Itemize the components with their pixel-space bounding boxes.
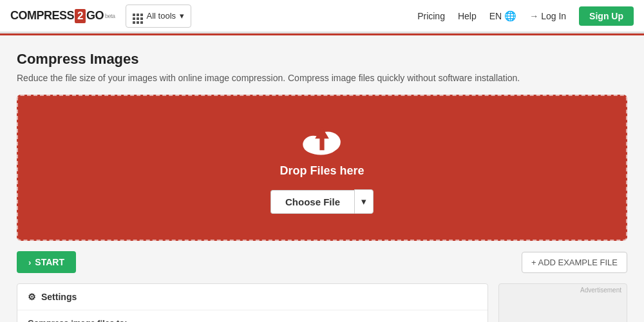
header-left: COMPRESS 2 GO beta All tools ▾: [10, 5, 191, 28]
cloud-upload-icon: [299, 122, 345, 158]
all-tools-label: All tools: [147, 11, 176, 21]
logo: COMPRESS 2 GO beta: [10, 9, 115, 23]
settings-body: Compress image files to:: [17, 310, 488, 322]
settings-title: Settings: [41, 292, 77, 302]
logo-go: GO: [86, 9, 104, 23]
choose-file-dropdown-button[interactable]: ▾: [354, 189, 374, 214]
main-content: Compress Images Reduce the file size of …: [6, 35, 638, 322]
header: COMPRESS 2 GO beta All tools ▾ Pricing H…: [0, 0, 644, 33]
globe-icon: 🌐: [504, 10, 516, 22]
start-label: START: [35, 257, 64, 267]
page-title: Compress Images: [17, 51, 627, 68]
bottom-row: ⚙ Settings Compress image files to: Adve…: [17, 283, 627, 322]
advertisement-label: Advertisement: [580, 287, 621, 294]
login-button[interactable]: → Log In: [529, 11, 566, 21]
compress-label: Compress image files to:: [28, 318, 477, 322]
help-link[interactable]: Help: [458, 11, 477, 21]
logo-beta: beta: [105, 13, 115, 19]
drop-files-text: Drop Files here: [279, 164, 364, 178]
logo-two: 2: [75, 9, 86, 23]
action-row: › START + ADD EXAMPLE FILE: [17, 251, 627, 273]
page-description: Reduce the file size of your images with…: [17, 73, 627, 83]
grid-icon: [133, 8, 143, 24]
pricing-link[interactable]: Pricing: [417, 11, 445, 21]
chevron-down-icon: ▾: [361, 196, 366, 207]
settings-panel: ⚙ Settings Compress image files to:: [17, 283, 488, 322]
header-right: Pricing Help EN 🌐 → Log In Sign Up: [417, 6, 634, 26]
choose-file-row: Choose File ▾: [270, 189, 374, 214]
lang-label: EN: [489, 11, 502, 21]
chevron-right-icon: ›: [28, 258, 31, 267]
logo-compress: COMPRESS: [10, 9, 74, 23]
choose-file-button[interactable]: Choose File: [270, 190, 354, 214]
language-selector[interactable]: EN 🌐: [489, 10, 516, 22]
drop-zone[interactable]: Drop Files here Choose File ▾: [17, 95, 627, 241]
chevron-down-icon: ▾: [180, 11, 184, 21]
all-tools-button[interactable]: All tools ▾: [126, 5, 192, 28]
advertisement-panel: Advertisement: [498, 283, 627, 322]
start-button[interactable]: › START: [17, 251, 76, 273]
settings-header: ⚙ Settings: [17, 284, 488, 310]
settings-gear-icon: ⚙: [28, 292, 36, 302]
login-icon: →: [529, 11, 538, 21]
login-label: Log In: [541, 11, 566, 21]
signup-button[interactable]: Sign Up: [579, 6, 634, 26]
add-example-button[interactable]: + ADD EXAMPLE FILE: [522, 252, 627, 273]
